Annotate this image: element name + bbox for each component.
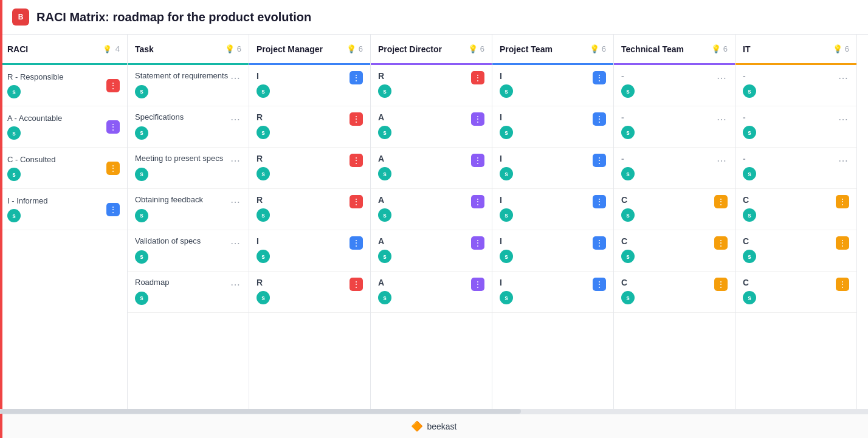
pd-cell-3-menu[interactable]: ⋮: [471, 195, 484, 208]
pd-cell-4: A s ⋮: [371, 230, 492, 272]
raci-responsible-menu-button[interactable]: ⋮: [106, 79, 120, 92]
task-cell-3-content: Obtaining feedback s: [135, 195, 203, 222]
tt-badge-4: C: [621, 236, 635, 246]
horizontal-scrollbar[interactable]: [0, 409, 868, 414]
task-5-avatar: s: [135, 292, 148, 305]
tt-cell-1-menu[interactable]: ⋯: [715, 112, 728, 126]
tt-badge-1: -: [621, 112, 635, 122]
task-1-menu[interactable]: ⋯: [229, 112, 241, 126]
it-cell-4-menu[interactable]: ⋮: [836, 236, 849, 250]
task-cell-4: Validation of specs s ⋯: [128, 230, 249, 272]
task-4-menu[interactable]: ⋯: [229, 236, 241, 250]
tt-cell-0-menu[interactable]: ⋯: [715, 71, 728, 85]
pm-cell-4-menu[interactable]: ⋮: [350, 236, 363, 250]
pt-cell-4-content: I s: [500, 236, 513, 263]
pm-badge-5: R: [257, 278, 270, 287]
raci-row-consulted-content: C - Consulted s: [7, 155, 55, 181]
pt-cell-2-menu[interactable]: ⋮: [593, 154, 606, 167]
raci-consulted-menu-button[interactable]: ⋮: [106, 162, 120, 175]
it-cell-0: - s ⋯: [735, 65, 856, 106]
pt-cell-5-content: I s: [500, 278, 513, 304]
pd-cell-1: A s ⋮: [371, 106, 492, 148]
raci-responsible-label: R - Responsible: [7, 72, 64, 81]
it-badge-5: C: [743, 278, 756, 287]
task-3-avatar: s: [135, 209, 148, 222]
raci-header: RACI 💡 4: [0, 35, 127, 65]
pd-cell-3-content: A s: [378, 195, 391, 222]
pm-cell-5-menu[interactable]: ⋮: [350, 278, 363, 291]
task-0-menu[interactable]: ⋯: [229, 71, 241, 85]
pm-cell-4: I s ⋮: [249, 230, 370, 272]
tt-cell-5-menu[interactable]: ⋮: [714, 278, 728, 291]
tt-cell-4-avatar: s: [621, 250, 635, 263]
it-cell-5-menu[interactable]: ⋮: [836, 278, 849, 291]
pd-cell-5-menu[interactable]: ⋮: [471, 278, 484, 291]
it-cell-2: - s ⋯: [735, 148, 856, 189]
pd-cell-5-content: A s: [378, 278, 391, 304]
pt-cell-5-menu[interactable]: ⋮: [593, 278, 606, 291]
it-cell-2-avatar: s: [743, 167, 756, 180]
raci-panel: RACI 💡 4 R - Responsible s ⋮ A - Accoun: [0, 35, 128, 409]
task-2-menu[interactable]: ⋯: [229, 154, 241, 168]
pm-col-count: 6: [359, 44, 363, 53]
task-3-menu[interactable]: ⋯: [229, 195, 241, 209]
pd-cell-2-menu[interactable]: ⋮: [471, 154, 484, 167]
pd-cell-3-avatar: s: [378, 208, 391, 222]
it-col-label: IT: [743, 44, 750, 54]
tt-cell-4-menu[interactable]: ⋮: [714, 236, 728, 250]
task-name-2: Meeting to present specs: [135, 154, 223, 164]
pt-col-count: 6: [602, 44, 606, 53]
pt-cell-3-menu[interactable]: ⋮: [593, 195, 606, 208]
pm-cell-2-avatar: s: [257, 167, 270, 180]
pt-cell-5-avatar: s: [500, 291, 513, 304]
pt-cell-3-avatar: s: [500, 208, 513, 222]
pt-cell-0-avatar: s: [500, 84, 513, 98]
it-cell-2-menu[interactable]: ⋯: [837, 154, 849, 168]
pd-col-count: 6: [480, 44, 484, 53]
beekast-brand: beekast: [427, 422, 456, 431]
pt-badge-4: I: [500, 236, 513, 246]
tt-col-label: Technical Team: [621, 44, 684, 54]
task-5-menu[interactable]: ⋯: [229, 278, 241, 292]
pd-cell-4-menu[interactable]: ⋮: [471, 236, 484, 250]
tt-cell-3-menu[interactable]: ⋮: [714, 195, 728, 208]
pm-cell-3-menu[interactable]: ⋮: [350, 195, 363, 208]
pm-cell-2-menu[interactable]: ⋮: [350, 154, 363, 167]
pm-cell-0: I s ⋮: [249, 65, 370, 106]
pt-cell-0-menu[interactable]: ⋮: [593, 71, 606, 84]
pd-cell-0-menu[interactable]: ⋮: [471, 71, 484, 84]
pm-cell-0-menu[interactable]: ⋮: [350, 71, 363, 84]
raci-consulted-label: C - Consulted: [7, 155, 55, 164]
tt-cell-2-content: - s: [621, 154, 635, 180]
pd-bulb-icon: 💡: [468, 44, 478, 53]
pt-cell-4-menu[interactable]: ⋮: [593, 236, 606, 250]
scrollbar-thumb[interactable]: [0, 409, 521, 414]
pt-cell-1: I s ⋮: [492, 106, 613, 148]
it-cell-5-avatar: s: [743, 291, 756, 304]
it-cell-0-menu[interactable]: ⋯: [837, 71, 849, 85]
pt-cell-2-content: I s: [500, 154, 513, 180]
raci-accountable-menu-button[interactable]: ⋮: [106, 120, 120, 134]
tt-badge-3: C: [621, 195, 635, 205]
pd-cell-0-avatar: s: [378, 84, 391, 98]
pm-cell-1-menu[interactable]: ⋮: [350, 112, 363, 126]
pd-badge-3: A: [378, 195, 391, 205]
pt-cell-1-content: I s: [500, 112, 513, 139]
tt-cell-1-avatar: s: [621, 126, 635, 139]
tt-column: Technical Team 💡 6 - s ⋯ -: [614, 35, 735, 409]
pd-col-count-area: 💡 6: [468, 44, 484, 53]
pd-cell-1-menu[interactable]: ⋮: [471, 112, 484, 126]
it-bulb-icon: 💡: [833, 44, 842, 53]
pd-badge-1: A: [378, 112, 391, 122]
task-cell-0: Statement of requirements s ⋯: [128, 65, 249, 106]
it-cell-1-menu[interactable]: ⋯: [837, 112, 849, 126]
pd-cell-2-content: A s: [378, 154, 391, 180]
it-cell-3-menu[interactable]: ⋮: [836, 195, 849, 208]
raci-row-informed: I - Informed s ⋮: [0, 189, 127, 230]
tt-cell-2-menu[interactable]: ⋯: [715, 154, 728, 168]
raci-informed-menu-button[interactable]: ⋮: [106, 203, 120, 216]
pm-badge-4: I: [257, 236, 270, 246]
pt-cell-1-menu[interactable]: ⋮: [593, 112, 606, 126]
it-cell-2-content: - s: [743, 154, 756, 180]
pt-bulb-icon: 💡: [590, 44, 599, 53]
